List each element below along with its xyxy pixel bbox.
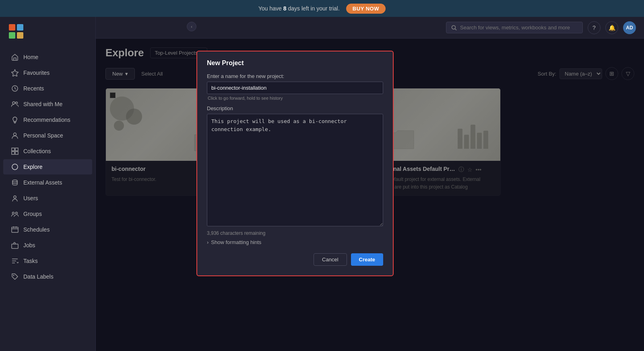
logo-area [0,17,95,46]
calendar-icon [11,226,19,233]
users-icon [11,101,19,108]
sidebar-item-label: Recommendations [23,117,70,123]
cancel-button[interactable]: Cancel [314,253,347,266]
trial-banner: You have 8 days left in your trial. BUY … [0,0,644,17]
tasks-icon [11,257,19,265]
sidebar-item-label: Users [23,195,38,201]
sidebar-item-tasks[interactable]: Tasks [3,253,92,269]
modal-title: New Project [207,60,383,67]
svg-point-18 [14,196,16,198]
svg-point-23 [13,275,14,276]
days-count: 8 [283,5,287,12]
sidebar-item-label: Schedules [23,226,50,233]
sidebar-item-label: Jobs [23,242,35,248]
top-header: ? 🔔 AD [96,17,644,39]
sidebar-item-external-assets[interactable]: External Assets [3,175,92,190]
clock-icon [11,85,19,92]
sidebar: Home Favourites Recents [0,17,96,351]
sidebar-navigation: Home Favourites Recents [0,46,95,351]
svg-rect-2 [9,32,15,39]
notifications-button[interactable]: 🔔 [605,21,618,34]
svg-rect-0 [9,24,15,31]
sidebar-item-favourites[interactable]: Favourites [3,65,92,80]
banner-text: You have 8 days left in your trial. [258,5,340,12]
sidebar-item-label: Home [23,54,38,60]
sidebar-item-groups[interactable]: Groups [3,206,92,222]
svg-rect-14 [15,152,18,154]
name-field-label: Enter a name for the new project: [207,73,383,79]
sidebar-collapse-button[interactable]: ‹ [187,22,196,31]
search-bar[interactable] [446,22,583,33]
compass-icon [11,163,19,170]
sidebar-item-label: Groups [23,211,42,217]
help-button[interactable]: ? [588,21,601,34]
avatar[interactable]: AD [623,21,636,34]
search-input[interactable] [460,25,578,31]
home-icon [11,53,19,61]
svg-rect-1 [17,24,23,31]
group-icon [11,210,19,218]
svg-point-15 [12,164,18,170]
create-button[interactable]: Create [351,253,383,266]
svg-point-9 [16,102,18,104]
search-icon [451,25,457,31]
explore-content: Explore Top-Level Projects ▾ New ▾ Selec… [96,39,644,351]
modal-footer: Cancel Create [207,253,383,266]
svg-rect-21 [12,227,18,232]
svg-rect-12 [15,148,18,151]
sidebar-item-jobs[interactable]: Jobs [3,238,92,253]
sidebar-item-label: Recents [23,85,44,92]
buy-now-button[interactable]: BUY NOW [346,4,386,14]
briefcase-icon [11,242,19,249]
svg-marker-16 [14,166,16,168]
sidebar-item-label: Collections [23,148,51,154]
svg-point-24 [452,25,456,29]
svg-point-17 [12,180,17,182]
new-project-modal: New Project Enter a name for the new pro… [196,51,394,276]
sidebar-item-data-labels[interactable]: Data Labels [3,269,92,284]
sidebar-item-label: Data Labels [23,273,54,280]
app-logo [8,23,24,39]
sidebar-item-label: Favourites [23,70,50,76]
grid-icon [11,148,19,155]
svg-point-20 [16,212,18,214]
sidebar-item-label: Shared with Me [23,101,62,107]
sidebar-item-shared[interactable]: Shared with Me [3,96,92,112]
char-remaining: 3,936 characters remaining [207,230,383,236]
formatting-hints-label: Show formatting hints [211,239,261,245]
svg-point-10 [14,133,17,136]
sidebar-item-label: External Assets [23,179,62,186]
chevron-right-icon: › [207,239,208,245]
sidebar-item-label: Tasks [23,258,38,264]
star-icon [11,69,19,76]
lightbulb-icon [11,116,19,123]
description-textarea[interactable]: This project will be used as a bi-connec… [207,114,383,226]
person-icon [11,195,19,202]
sidebar-item-home[interactable]: Home [3,49,92,65]
svg-rect-13 [12,152,14,154]
sidebar-item-label: Explore [23,164,42,170]
svg-rect-11 [12,148,14,151]
sidebar-item-schedules[interactable]: Schedules [3,222,92,237]
sidebar-item-label: Personal Space [23,132,63,139]
content-area: ‹ ? 🔔 AD Explore Top-Level Projects ▾ [96,17,644,351]
sidebar-item-personal[interactable]: Personal Space [3,128,92,143]
sidebar-item-explore[interactable]: Explore [3,159,92,174]
project-name-input[interactable] [207,82,383,94]
user-icon [11,132,19,139]
database-icon [11,179,19,186]
input-hint: Click to go forward, hold to see history [207,96,383,101]
formatting-hints-toggle[interactable]: › Show formatting hints [207,239,383,245]
sidebar-item-recommendations[interactable]: Recommendations [3,112,92,127]
svg-rect-3 [17,32,23,39]
svg-marker-6 [12,70,19,76]
svg-point-8 [12,102,15,104]
tag-icon [11,273,19,280]
svg-rect-22 [12,244,18,248]
sidebar-item-recents[interactable]: Recents [3,81,92,96]
sidebar-item-users[interactable]: Users [3,191,92,206]
sidebar-item-collections[interactable]: Collections [3,144,92,159]
svg-point-19 [12,212,14,214]
description-label: Description [207,105,383,111]
